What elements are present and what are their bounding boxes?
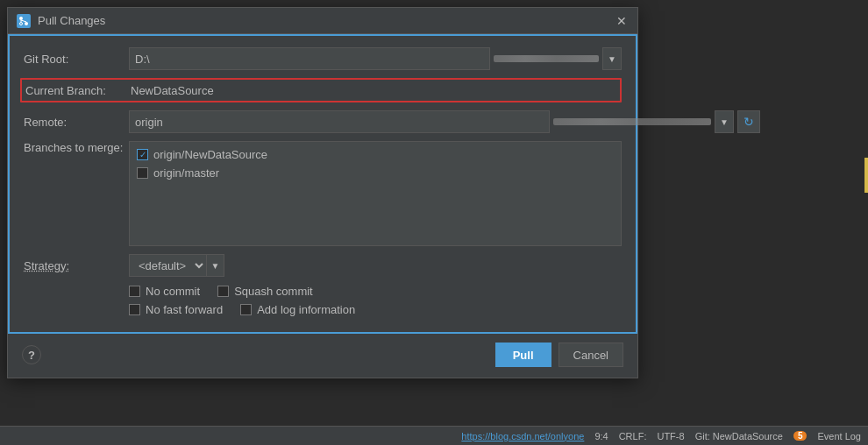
dialog-titlebar: Pull Changes ✕ — [8, 8, 637, 34]
strategy-row: Strategy: <default> resolve recursive oc… — [24, 253, 622, 278]
branch-checkbox-0[interactable]: ✓ — [137, 149, 148, 160]
add-log-info-option[interactable]: Add log information — [240, 303, 355, 316]
status-url[interactable]: https://blog.csdn.net/onlyone — [461, 431, 584, 441]
branch-name-0: origin/NewDataSource — [153, 148, 267, 161]
add-log-info-checkbox[interactable] — [240, 304, 252, 315]
no-commit-option[interactable]: No commit — [129, 285, 200, 298]
current-branch-label: Current Branch: — [25, 84, 131, 97]
branch-checkbox-1[interactable] — [137, 167, 148, 179]
dialog-title: Pull Changes — [38, 14, 608, 27]
svg-line-4 — [21, 20, 26, 22]
pull-changes-dialog: Pull Changes ✕ Git Root: ▼ Current Branc… — [7, 7, 638, 378]
remote-dropdown-button[interactable]: ▼ — [715, 110, 734, 133]
options-row-2: No fast forward Add log information — [129, 303, 622, 316]
squash-commit-checkbox[interactable] — [217, 286, 229, 297]
squash-commit-label: Squash commit — [234, 285, 313, 298]
strategy-select[interactable]: <default> resolve recursive octopus ours… — [129, 254, 207, 277]
remote-refresh-button[interactable]: ↻ — [737, 110, 760, 133]
remote-blurred — [553, 118, 711, 125]
branches-to-merge-row: Branches to merge: ✓ origin/NewDataSourc… — [24, 141, 622, 246]
dialog-content: Git Root: ▼ Current Branch: NewDataSourc… — [8, 34, 637, 334]
status-encoding: UTF-8 — [657, 431, 684, 441]
remote-row: Remote: ▼ ↻ — [24, 109, 622, 134]
yellow-accent — [864, 158, 868, 193]
options-row-items: No commit Squash commit — [129, 285, 622, 298]
git-root-row: Git Root: ▼ — [24, 46, 622, 71]
svg-point-2 — [20, 22, 23, 25]
close-button[interactable]: ✕ — [615, 14, 629, 28]
no-commit-label: No commit — [146, 285, 200, 298]
branch-name-1: origin/master — [153, 166, 219, 180]
status-position: 9:4 — [594, 431, 608, 441]
no-commit-checkbox[interactable] — [129, 286, 140, 297]
current-branch-value: NewDataSource — [131, 84, 214, 97]
strategy-label: Strategy: — [24, 259, 129, 272]
no-fast-forward-checkbox[interactable] — [129, 304, 140, 315]
list-item[interactable]: ✓ origin/NewDataSource — [133, 145, 617, 164]
options-row-items-2: No fast forward Add log information — [129, 303, 622, 316]
pull-button[interactable]: Pull — [495, 343, 551, 367]
git-root-label: Git Root: — [24, 53, 129, 66]
svg-point-1 — [25, 22, 28, 25]
status-bar: https://blog.csdn.net/onlyone 9:4 CRLF: … — [0, 426, 868, 445]
svg-point-0 — [19, 17, 23, 20]
add-log-info-label: Add log information — [257, 303, 355, 316]
help-button[interactable]: ? — [22, 345, 41, 364]
strategy-dropdown-arrow: ▼ — [207, 254, 224, 277]
no-fast-forward-label: No fast forward — [146, 303, 223, 316]
dialog-buttons: ? Pull Cancel — [8, 334, 637, 378]
branches-to-merge-label: Branches to merge: — [24, 141, 129, 154]
git-root-blurred — [494, 55, 599, 62]
status-vcs: Git: NewDataSource — [695, 431, 783, 441]
no-fast-forward-option[interactable]: No fast forward — [129, 303, 223, 316]
remote-input[interactable] — [129, 110, 550, 133]
squash-commit-option[interactable]: Squash commit — [217, 285, 313, 298]
branches-list: ✓ origin/NewDataSource origin/master — [129, 141, 622, 246]
list-item[interactable]: origin/master — [133, 164, 617, 182]
status-line-sep: CRLF: — [619, 431, 647, 441]
current-branch-row: Current Branch: NewDataSource — [20, 78, 622, 102]
git-root-dropdown-button[interactable]: ▼ — [602, 47, 622, 70]
options-row-1: No commit Squash commit — [129, 285, 622, 298]
dialog-icon — [17, 14, 31, 28]
cancel-button[interactable]: Cancel — [559, 343, 623, 367]
event-log-label[interactable]: Event Log — [817, 431, 861, 441]
git-root-field: ▼ — [129, 47, 622, 70]
strategy-dropdown: <default> resolve recursive octopus ours… — [129, 254, 224, 277]
remote-label: Remote: — [24, 116, 129, 129]
event-log-badge: 5 — [793, 431, 808, 441]
remote-field: ▼ ↻ — [129, 110, 760, 133]
git-root-input[interactable] — [129, 47, 490, 70]
